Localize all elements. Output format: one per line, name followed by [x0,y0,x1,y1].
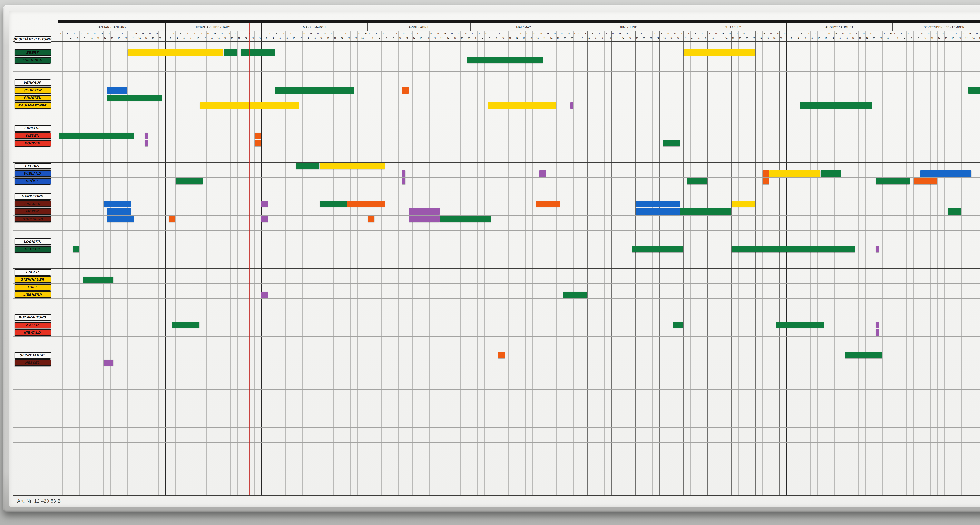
planner-magnet-bar-green[interactable] [73,246,79,252]
planner-magnet-bar-orange[interactable] [255,132,261,139]
planner-magnet-bar-yellow[interactable] [488,102,556,109]
planner-magnet-bar-green[interactable] [176,178,203,184]
planner-magnet-bar-purple[interactable] [539,171,546,177]
person-label-fischer[interactable]: FISCHER [14,200,51,207]
planner-magnet-bar-orange[interactable] [255,140,261,147]
planner-magnet-bar-purple[interactable] [145,140,148,147]
person-label-prüstel[interactable]: PRÜSTEL [14,94,51,101]
day-number: 30 [676,36,680,40]
department-label-sekretariat[interactable]: SEKRETARIAT [14,352,51,359]
planner-magnet-bar-blue[interactable] [636,201,680,207]
planner-magnet-bar-blue[interactable] [104,201,131,207]
department-label-marketing[interactable]: MARKETING [14,193,51,200]
planner-magnet-bar-purple[interactable] [409,208,440,215]
person-label-steinhauer[interactable]: STEINHAUER [14,276,51,283]
planner-magnet-bar-green[interactable] [275,87,354,94]
person-label-wieland[interactable]: WIELAND [14,170,51,177]
planner-magnet-bar-orange[interactable] [913,178,937,184]
planner-magnet-bar-green[interactable] [172,322,199,328]
department-label-logistik[interactable]: LOGISTIK [14,238,51,245]
planner-magnet-bar-orange[interactable] [169,216,175,222]
department-label-geschäftsleitung[interactable]: GESCHÄFTSLEITUNG [14,36,51,43]
department-label-lager[interactable]: LAGER [14,269,51,276]
planner-magnet-bar-orange[interactable] [347,201,385,207]
planner-magnet-bar-green[interactable] [83,276,114,283]
planner-magnet-bar-green[interactable] [800,102,872,109]
department-label-einkauf[interactable]: EINKAUF [14,125,51,132]
planner-magnet-bar-purple[interactable] [876,322,879,328]
planner-magnet-bar-green[interactable] [224,49,237,56]
planner-magnet-bar-green[interactable] [440,216,491,222]
planner-magnet-bar-green[interactable] [59,132,134,139]
planner-magnet-bar-green[interactable] [468,57,542,63]
planner-magnet-bar-blue[interactable] [107,216,134,222]
planner-magnet-bar-green[interactable] [563,292,587,298]
person-label-meyer[interactable]: MEYER [14,208,51,215]
planner-magnet-bar-green[interactable] [776,322,824,328]
planner-magnet-bar-green[interactable] [663,140,680,147]
person-label-rocker[interactable]: ROCKER [14,140,51,147]
planner-magnet-bar-purple[interactable] [402,178,405,184]
planner-magnet-bar-orange[interactable] [498,352,505,359]
planner-magnet-bar-purple[interactable] [104,360,114,366]
planner-magnet-bar-green[interactable] [732,246,855,252]
planner-magnet-bar-orange[interactable] [763,178,769,184]
planner-magnet-bar-yellow[interactable] [127,49,223,56]
planner-magnet-bar-blue[interactable] [636,208,680,215]
planner-magnet-bar-green[interactable] [680,208,731,215]
planner-magnet-bar-purple[interactable] [261,201,268,207]
planner-magnet-bar-green[interactable] [632,246,683,252]
planner-magnet-bar-purple[interactable] [261,292,268,298]
person-label-schiefer[interactable]: SCHIEFER [14,87,51,94]
planner-magnet-bar-orange[interactable] [536,201,560,207]
planner-magnet-bar-purple[interactable] [409,216,440,222]
department-label-buchhaltung[interactable]: BUCHHALTUNG [14,314,51,321]
planner-magnet-bar-green[interactable] [107,95,162,101]
person-label-käfer[interactable]: KÄFER [14,322,51,329]
planner-magnet-bar-green[interactable] [687,178,707,184]
person-label-becker[interactable]: BECKER [14,246,51,253]
label-text: BECKER [25,247,40,251]
person-label-hessel[interactable]: HESSEL [14,359,51,366]
planner-magnet-bar-purple[interactable] [876,246,879,252]
grid-line-vertical [577,23,578,495]
planner-magnet-bar-green[interactable] [821,171,841,177]
planner-magnet-bar-green[interactable] [948,208,961,215]
department-label-export[interactable]: EXPORT [14,163,51,169]
planner-magnet-bar-blue[interactable] [107,208,131,215]
planner-magnet-bar-yellow[interactable] [320,163,385,169]
person-label-sieden[interactable]: SIEDEN [14,132,51,139]
planner-magnet-bar-green[interactable] [320,201,347,207]
today-marker-line[interactable] [249,23,250,495]
day-number: 24 [138,36,141,40]
person-label-niewald[interactable]: NIEWALD [14,329,51,336]
planner-magnet-bar-blue[interactable] [920,171,972,177]
planner-magnet-bar-green[interactable] [241,49,275,56]
planner-magnet-bar-yellow[interactable] [770,171,821,177]
planner-magnet-bar-purple[interactable] [261,216,268,222]
person-label-ebert[interactable]: EBERT [14,49,51,56]
planner-magnet-bar-green[interactable] [969,87,980,94]
planner-magnet-bar-green[interactable] [673,322,683,328]
planner-magnet-bar-purple[interactable] [876,329,879,336]
planner-magnet-bar-purple[interactable] [145,132,148,139]
planner-magnet-bar-orange[interactable] [402,87,409,94]
person-label-thiel[interactable]: THIEL [14,284,51,290]
planner-magnet-bar-blue[interactable] [107,87,127,94]
planner-magnet-bar-purple[interactable] [402,171,405,177]
planner-magnet-bar-orange[interactable] [368,216,374,222]
person-label-friedrich[interactable]: FRIEDRICH [14,57,51,64]
planner-magnet-bar-purple[interactable] [570,102,573,109]
planner-magnet-bar-yellow[interactable] [684,49,756,56]
department-label-verkauf[interactable]: VERKAUF [14,80,51,86]
planner-magnet-bar-yellow[interactable] [732,201,756,207]
day-number: 23 [546,32,550,35]
planner-magnet-bar-orange[interactable] [763,171,769,177]
person-label-dröge[interactable]: DRÖGE [14,178,51,185]
person-label-thomason[interactable]: THOMASON [14,215,51,222]
planner-magnet-bar-green[interactable] [876,178,910,184]
planner-magnet-bar-green[interactable] [845,352,882,359]
planner-magnet-bar-green[interactable] [296,163,320,169]
person-label-liebherr[interactable]: LIEBHERR [14,291,51,298]
person-label-baumgärtner[interactable]: BAUMGÄRTNER [14,102,51,109]
